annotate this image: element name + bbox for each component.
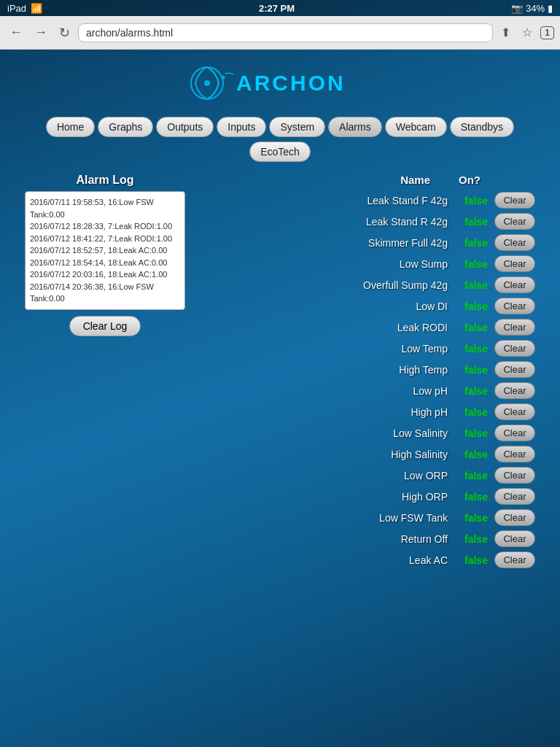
nav-ecotech[interactable]: EcoTech [249,142,311,162]
archon-logo: ARCHON [178,61,382,105]
reload-button[interactable]: ↻ [55,23,74,42]
alarm-name-label: Low DI [197,301,458,312]
alarm-clear-button[interactable]: Clear [494,192,535,209]
alarm-row: High pHfalseClear [197,402,535,422]
logo-area: ARCHON [178,61,382,108]
alarm-status-value: false [458,512,494,524]
alarm-clear-button[interactable]: Clear [494,551,535,568]
alarm-rows-container: Leak Stand F 42gfalseClearLeak Stand R 4… [197,190,535,570]
alarm-row: Leak Stand F 42gfalseClear [197,190,535,210]
alarm-name-label: Low Temp [197,343,458,355]
battery-label: 34% [526,3,545,14]
nav-outputs[interactable]: Outputs [156,117,214,137]
alarm-status-value: false [458,364,494,376]
tab-count[interactable]: 1 [540,26,554,39]
share-button[interactable]: ⬆ [497,24,514,41]
alarm-clear-button[interactable]: Clear [494,509,535,526]
nav-inputs[interactable]: Inputs [217,117,266,137]
alarm-row: Skimmer Full 42gfalseClear [197,233,535,252]
log-entry: 2016/07/14 20:36:38, 16:Low FSW Tank:0.0… [30,281,180,305]
bluetooth-icon: 📷 [511,3,523,14]
back-button[interactable]: ← [6,23,26,42]
alarm-log-section: Alarm Log 2016/07/11 19:58:53, 16:Low FS… [25,174,185,571]
alarm-name-label: Leak RODI [197,322,458,333]
alarm-clear-button[interactable]: Clear [494,276,535,293]
alarm-clear-button[interactable]: Clear [494,340,535,357]
log-entry: 2016/07/12 18:28:33, 7:Leak RODI:1.00 [30,220,180,233]
nav-bar-row2: EcoTech [249,142,311,162]
alarm-log-title: Alarm Log [25,174,185,187]
alarm-status-value: false [458,427,494,439]
col-on-header: On? [448,174,491,186]
nav-graphs[interactable]: Graphs [98,117,153,137]
alarm-name-label: Low pH [197,385,458,397]
alarm-row: Leak Stand R 42gfalseClear [197,212,535,231]
browser-chrome: ← → ↻ ⬆ ☆ 1 [0,16,560,50]
alarm-status-value: false [458,258,494,270]
log-entry: 2016/07/11 19:58:53, 16:Low FSW Tank:0.0… [30,196,180,220]
alarm-status-value: false [458,195,494,206]
bookmark-button[interactable]: ☆ [518,24,536,41]
clear-log-button[interactable]: Clear Log [69,316,141,336]
alarm-name-label: Leak Stand F 42g [197,195,458,206]
alarm-clear-button[interactable]: Clear [494,488,535,505]
wifi-icon: 📶 [31,3,42,14]
alarm-name-label: Low Salinity [197,427,458,439]
nav-webcam[interactable]: Webcam [385,117,447,137]
time-display: 2:27 PM [259,3,295,14]
nav-standbys[interactable]: Standbys [450,117,514,137]
battery-icon: ▮ [548,3,553,14]
alarm-clear-button[interactable]: Clear [494,382,535,399]
alarm-name-label: Low Sump [197,258,458,270]
alarm-clear-button[interactable]: Clear [494,319,535,336]
alarm-row: Low ORPfalseClear [197,465,535,485]
alarm-status-value: false [458,470,494,481]
alarm-clear-button[interactable]: Clear [494,530,535,547]
alarm-clear-button[interactable]: Clear [494,234,535,251]
page-content: ARCHON Home Graphs Outputs Inputs System… [0,50,560,593]
alarm-table-header: Name On? [197,174,535,186]
alarm-status-value: false [458,406,494,418]
nav-bar-row1: Home Graphs Outputs Inputs System Alarms… [46,117,514,137]
alarm-status-value: false [458,343,494,355]
status-left: iPad 📶 [7,3,42,14]
alarm-clear-button[interactable]: Clear [494,425,535,441]
alarm-clear-button[interactable]: Clear [494,467,535,484]
alarm-status-value: false [458,322,494,333]
col-action-header [491,174,535,186]
forward-button[interactable]: → [31,23,51,42]
alarm-clear-button[interactable]: Clear [494,403,535,420]
nav-system[interactable]: System [269,117,325,137]
alarm-name-label: Overfull Sump 42g [197,279,458,291]
main-area: Alarm Log 2016/07/11 19:58:53, 16:Low FS… [25,174,535,571]
alarm-status-value: false [458,491,494,503]
alarm-row: Leak RODIfalseClear [197,317,535,337]
url-bar[interactable] [78,23,493,42]
alarm-row: High ORPfalseClear [197,487,535,506]
alarm-row: Low DIfalseClear [197,296,535,316]
alarm-name-label: Low ORP [197,470,458,481]
alarm-row: Return OfffalseClear [197,529,535,549]
alarm-clear-button[interactable]: Clear [494,446,535,462]
alarm-row: Low TempfalseClear [197,338,535,358]
alarm-clear-button[interactable]: Clear [494,361,535,378]
alarm-status-value: false [458,449,494,460]
nav-alarms[interactable]: Alarms [328,117,382,137]
alarm-name-label: Low FSW Tank [197,512,458,524]
alarm-row: Leak ACfalseClear [197,550,535,570]
alarm-name-label: Leak AC [197,554,458,566]
alarm-row: Overfull Sump 42gfalseClear [197,275,535,295]
alarm-name-label: High Salinity [197,449,458,460]
alarm-name-label: High Temp [197,364,458,376]
alarm-row: Low pHfalseClear [197,381,535,400]
alarm-clear-button[interactable]: Clear [494,298,535,314]
alarm-name-label: Return Off [197,533,458,545]
alarm-status-value: false [458,216,494,228]
alarm-status-value: false [458,279,494,291]
alarm-row: High SalinityfalseClear [197,444,535,464]
nav-home[interactable]: Home [46,117,95,137]
alarm-status-value: false [458,533,494,545]
carrier-label: iPad [7,3,26,14]
alarm-clear-button[interactable]: Clear [494,213,535,230]
alarm-clear-button[interactable]: Clear [494,255,535,272]
